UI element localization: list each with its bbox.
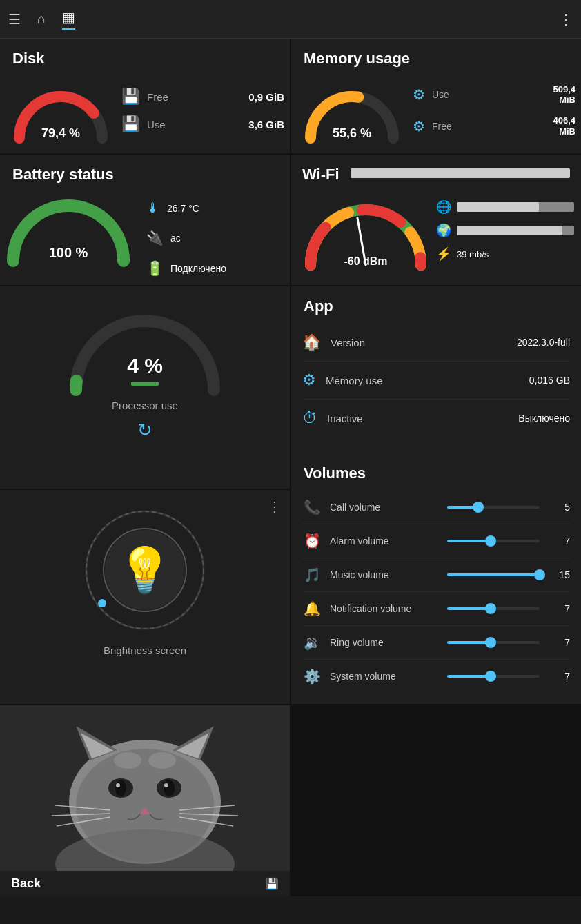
battery-body: 100 % 🌡 26,7 °C 🔌 ac 🔋 Подключено <box>0 192 290 285</box>
brightness-knob: 💡 <box>76 501 214 639</box>
cat-panel: Back 💾 <box>0 705 290 896</box>
grid-icon[interactable]: ▦ <box>62 9 75 30</box>
memory-free-row: ⚙ Free 406,4 MiB <box>413 115 575 137</box>
battery-type-value: ac <box>170 233 181 244</box>
battery-temp-value: 26,7 °C <box>167 203 199 214</box>
vol-label-0: Call volume <box>330 502 433 513</box>
svg-point-16 <box>164 780 175 796</box>
vol-slider-2[interactable] <box>447 573 540 576</box>
volume-row-3: 🔔 Notification volume 7 <box>302 592 570 626</box>
battery-gauge-value: 100 % <box>49 245 88 261</box>
memory-free-value: 406,4 MiB <box>553 115 575 137</box>
ip-icon: 🌐 <box>436 199 451 215</box>
memory-body: 55,6 % ⚙ Use 509,4 MiB ⚙ Free 406,4 Mi <box>291 76 581 153</box>
vol-value-2: 15 <box>553 569 570 580</box>
disk-title: Disk <box>0 39 290 76</box>
vol-icon-0: 📞 <box>302 499 322 515</box>
wifi-stats: 🌐 🌍 ⚡ 39 mb/s <box>429 189 581 272</box>
svg-point-26 <box>114 752 141 769</box>
more-icon[interactable]: ⋮ <box>559 11 573 28</box>
vol-label-1: Alarm volume <box>330 535 433 547</box>
wifi-speed-row: ⚡ 39 mb/s <box>436 246 574 262</box>
memory-gauge: 55,6 % <box>297 76 407 145</box>
disk-body: 79,4 % 💾 Free 0,9 GiB 💾 Use 3,6 GiB <box>0 76 290 153</box>
home-icon[interactable]: ⌂ <box>37 11 46 27</box>
app-inactive-label: Inactive <box>327 413 509 424</box>
volume-row-5: ⚙️ System volume 7 <box>302 660 570 693</box>
vol-slider-4[interactable] <box>447 641 540 644</box>
cat-save-icon[interactable]: 💾 <box>265 877 279 890</box>
wifi-globe-row: 🌍 <box>436 223 574 238</box>
cpu-gauge-wrap: 4 % <box>62 300 228 397</box>
memory-use-row: ⚙ Use 509,4 MiB <box>413 84 575 106</box>
battery-title: Battery status <box>0 155 290 192</box>
app-inactive-row: ⏱ Inactive Выключено <box>302 400 570 437</box>
volume-row-2: 🎵 Music volume 15 <box>302 558 570 592</box>
vol-value-3: 7 <box>553 603 570 614</box>
battery-type-row: 🔌 ac <box>146 230 282 246</box>
cpu-sublabel: Processor use <box>112 400 178 411</box>
cpu-refresh-icon[interactable]: ↻ <box>137 420 152 441</box>
cat-image <box>0 705 290 871</box>
wifi-ssid-bar <box>351 168 570 178</box>
svg-point-27 <box>148 752 176 769</box>
thermometer-icon: 🌡 <box>146 200 160 216</box>
vol-label-2: Music volume <box>330 569 433 580</box>
brightness-label: Brightness screen <box>104 645 186 656</box>
disk-use-row: 💾 Use 3,6 GiB <box>121 115 284 133</box>
app-memory-icon: ⚙ <box>302 371 316 389</box>
memory-free-label: Free <box>432 121 546 132</box>
disk-free-value: 0,9 GiB <box>248 91 284 103</box>
cat-footer: Back 💾 <box>0 871 290 896</box>
wifi-body: -60 dBm 🌐 🌍 ⚡ 39 mb/ <box>291 189 581 280</box>
speed-icon: ⚡ <box>436 246 451 262</box>
brightness-panel: ⋮ 💡 Brightness screen <box>0 490 290 704</box>
svg-point-17 <box>116 783 120 787</box>
wifi-ip-bar <box>457 202 574 212</box>
vol-slider-5[interactable] <box>447 675 540 678</box>
svg-point-18 <box>164 783 168 787</box>
vol-slider-3[interactable] <box>447 607 540 610</box>
back-label[interactable]: Back <box>11 876 41 891</box>
volumes-section: Volumes 📞 Call volume 5 ⏰ Alarm volume 7… <box>291 453 581 704</box>
memory-stats: ⚙ Use 509,4 MiB ⚙ Free 406,4 MiB <box>413 76 575 145</box>
menu-icon[interactable]: ☰ <box>8 11 21 28</box>
app-body: 🏠 Version 2022.3.0-full ⚙ Memory use 0,0… <box>291 324 581 448</box>
vol-icon-1: ⏰ <box>302 533 322 549</box>
battery-status-value: Подключено <box>170 263 226 274</box>
vol-label-4: Ring volume <box>330 637 433 648</box>
battery-gauge: 100 % <box>0 192 138 285</box>
cpu-gauge-value: 4 % <box>127 354 163 377</box>
vol-slider-1[interactable] <box>447 540 540 542</box>
svg-point-5 <box>98 599 106 607</box>
vol-slider-0[interactable] <box>447 506 540 509</box>
disk-use-value: 3,6 GiB <box>248 119 284 130</box>
memory-use-value: 509,4 MiB <box>553 84 575 106</box>
globe-icon: 🌍 <box>436 223 451 238</box>
disk-free-icon: 💾 <box>121 88 140 106</box>
app-version-value: 2022.3.0-full <box>517 337 570 348</box>
main-grid: Disk 79,4 % 💾 Free 0,9 GiB 💾 <box>0 39 581 896</box>
wifi-signal-value: -60 dBm <box>344 255 387 268</box>
wifi-speed-value: 39 mb/s <box>457 249 489 259</box>
plug-icon: 🔌 <box>146 230 164 246</box>
app-version-label: Version <box>331 337 507 348</box>
vol-icon-5: ⚙️ <box>302 668 322 685</box>
app-memory-label: Memory use <box>326 375 520 386</box>
app-inactive-value: Выключено <box>518 413 570 424</box>
disk-stats: 💾 Free 0,9 GiB 💾 Use 3,6 GiB <box>121 76 284 145</box>
cpu-panel: 4 % Processor use ↻ <box>0 286 290 489</box>
brightness-more-icon[interactable]: ⋮ <box>268 498 282 515</box>
volume-row-4: 🔉 Ring volume 7 <box>302 626 570 660</box>
vol-label-3: Notification volume <box>330 603 433 614</box>
vol-value-4: 7 <box>553 637 570 648</box>
topbar: ☰ ⌂ ▦ ⋮ <box>0 0 581 39</box>
battery-status-row: 🔋 Подключено <box>146 260 282 277</box>
battery-temp-row: 🌡 26,7 °C <box>146 200 282 216</box>
app-memory-row: ⚙ Memory use 0,016 GB <box>302 362 570 400</box>
volumes-title: Volumes <box>291 453 581 491</box>
disk-use-label: Use <box>147 119 242 130</box>
disk-gauge: 79,4 % <box>6 76 116 145</box>
app-memory-value: 0,016 GB <box>529 375 570 386</box>
vol-value-0: 5 <box>553 502 570 513</box>
